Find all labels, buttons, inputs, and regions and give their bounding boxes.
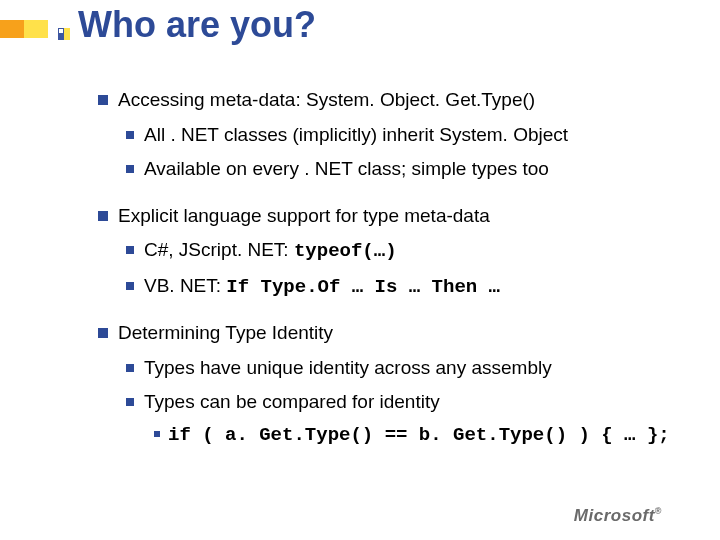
accent-orange <box>0 20 24 38</box>
microsoft-logo: Microsoft® <box>574 506 662 526</box>
section-heading: Explicit language support for type meta-… <box>118 202 490 231</box>
list-item: Types can be compared for identity <box>126 388 690 417</box>
bullet-icon <box>98 95 108 105</box>
section-explicit: Explicit language support for type meta-… <box>98 202 690 302</box>
bullet-icon <box>98 328 108 338</box>
code-snippet: If Type.Of … Is … Then … <box>226 276 500 298</box>
bullet-icon <box>126 282 134 290</box>
list-item-text: Available on every . NET class; simple t… <box>144 155 549 184</box>
list-item-text: Types have unique identity across any as… <box>144 354 552 383</box>
list-item: if ( a. Get.Type() == b. Get.Type() ) { … <box>154 421 690 450</box>
list-item-text: C#, JScript. NET: <box>144 239 294 260</box>
list-item: Available on every . NET class; simple t… <box>126 155 690 184</box>
bullet-icon <box>126 398 134 406</box>
list-item: C#, JScript. NET: typeof(…) <box>126 236 690 266</box>
code-snippet: if ( a. Get.Type() == b. Get.Type() ) { … <box>168 421 670 450</box>
accent-bar <box>0 20 48 38</box>
bullet-icon <box>154 431 160 437</box>
section-heading: Accessing meta-data: System. Object. Get… <box>118 86 535 115</box>
section-determining: Determining Type Identity Types have uni… <box>98 319 690 449</box>
accent-yellow <box>24 20 48 38</box>
bullet-icon <box>126 364 134 372</box>
title-bullet-icon <box>58 28 70 40</box>
list-item: All . NET classes (implicitly) inherit S… <box>126 121 690 150</box>
list-item: Types have unique identity across any as… <box>126 354 690 383</box>
bullet-icon <box>126 246 134 254</box>
bullet-icon <box>126 165 134 173</box>
code-snippet: typeof(…) <box>294 240 397 262</box>
list-item-text: All . NET classes (implicitly) inherit S… <box>144 121 568 150</box>
section-accessing: Accessing meta-data: System. Object. Get… <box>98 86 690 184</box>
bullet-icon <box>126 131 134 139</box>
list-item-text: VB. NET: <box>144 275 226 296</box>
section-heading: Determining Type Identity <box>118 319 333 348</box>
registered-mark: ® <box>655 506 662 516</box>
list-item: VB. NET: If Type.Of … Is … Then … <box>126 272 690 302</box>
list-item-text: Types can be compared for identity <box>144 388 440 417</box>
logo-text: Microsoft <box>574 506 655 525</box>
slide-title: Who are you? <box>78 4 316 46</box>
slide-body: Accessing meta-data: System. Object. Get… <box>98 80 690 449</box>
bullet-icon <box>98 211 108 221</box>
